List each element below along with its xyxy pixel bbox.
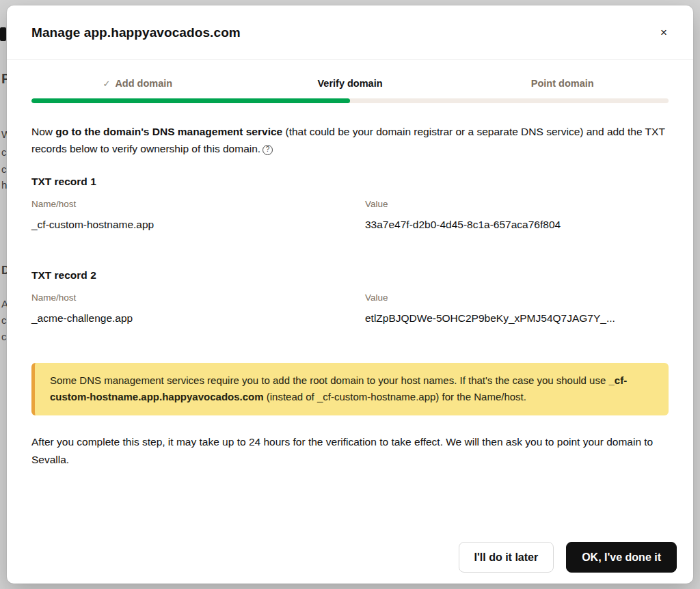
progress-bar <box>31 98 669 103</box>
ok-done-button[interactable]: OK, I've done it <box>566 542 677 573</box>
manage-domain-modal: Manage app.happyavocados.com × ✓ Add dom… <box>7 5 693 584</box>
stepper: ✓ Add domain Verify domain Point domain <box>31 78 669 89</box>
modal-body: ✓ Add domain Verify domain Point domain … <box>7 60 693 532</box>
note-post: . <box>66 454 69 465</box>
brand-name: Sevalla <box>31 454 66 465</box>
check-icon: ✓ <box>103 79 110 89</box>
record-grid: Name/host Value _cf-custom-hostname.app … <box>31 199 669 231</box>
backdrop-text-fragment: c <box>1 146 7 158</box>
close-button[interactable]: × <box>655 21 673 44</box>
step-label: Verify domain <box>317 78 382 89</box>
txt-record-1: TXT record 1 Name/host Value _cf-custom-… <box>31 176 669 231</box>
record-value: etlZpBJQDWe-5OHC2P9beKy_xPMJ54Q7JAG7Y_..… <box>365 312 669 325</box>
progress-fill <box>31 98 350 103</box>
backdrop-text-fragment: c <box>1 163 7 175</box>
step-add-domain: ✓ Add domain <box>31 78 244 89</box>
help-icon[interactable]: ? <box>262 145 273 155</box>
verification-note: After you complete this step, it may tak… <box>31 433 669 468</box>
do-it-later-button[interactable]: I'll do it later <box>459 542 554 573</box>
name-host-label: Name/host <box>31 199 365 209</box>
txt-record-2: TXT record 2 Name/host Value _acme-chall… <box>31 269 669 325</box>
record-heading: TXT record 1 <box>31 176 669 188</box>
step-verify-domain: Verify domain <box>244 78 457 89</box>
value-label: Value <box>365 292 669 303</box>
step-label: Add domain <box>115 78 172 89</box>
name-host-value: _acme-challenge.app <box>31 312 365 325</box>
name-host-value: _cf-custom-hostname.app <box>31 219 365 231</box>
backdrop-text-fragment: c <box>1 331 7 342</box>
record-value: 33a7e47f-d2b0-4d45-8c1a-657aca76f804 <box>365 219 669 231</box>
backdrop-text-fragment: c <box>1 314 7 326</box>
step-label: Point domain <box>531 78 594 89</box>
modal-title: Manage app.happyavocados.com <box>31 25 655 40</box>
value-label: Value <box>365 199 669 209</box>
step-point-domain: Point domain <box>456 78 669 89</box>
notice-pre: Some DNS management services require you… <box>50 374 608 386</box>
intro-bold: go to the domain's DNS management servic… <box>55 126 282 137</box>
backdrop-shape <box>0 27 6 41</box>
intro-pre: Now <box>31 126 55 137</box>
modal-header: Manage app.happyavocados.com × <box>7 5 693 60</box>
record-heading: TXT record 2 <box>31 269 669 282</box>
intro-text: Now go to the domain's DNS management se… <box>31 124 669 158</box>
record-grid: Name/host Value _acme-challenge.app etlZ… <box>31 292 669 325</box>
dns-root-domain-notice: Some DNS management services require you… <box>31 363 669 416</box>
note-pre: After you complete this step, it may tak… <box>31 436 653 448</box>
notice-post: (instead of _cf-custom-hostname.app) for… <box>264 391 526 402</box>
modal-footer: I'll do it later OK, I've done it <box>7 532 693 584</box>
name-host-label: Name/host <box>31 292 365 303</box>
